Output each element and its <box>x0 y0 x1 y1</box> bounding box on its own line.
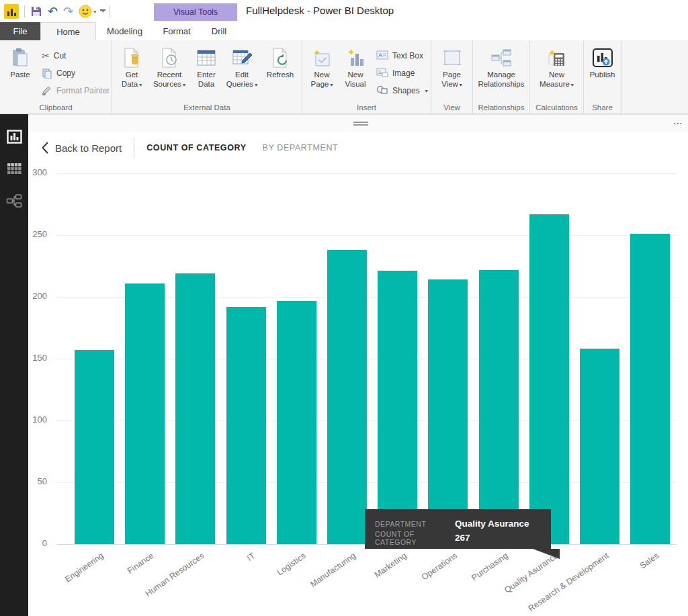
tooltip-measure-value: 267 <box>455 533 470 543</box>
paste-icon <box>11 46 30 70</box>
dropdown-arrow-icon: ▾ <box>425 88 428 94</box>
x-axis-category-label: Marketing <box>373 551 408 580</box>
undo-icon[interactable]: ↶ <box>48 5 58 18</box>
shapes-button[interactable]: Shapes▾ <box>376 82 428 99</box>
publish-icon <box>592 46 613 70</box>
get-data-icon <box>122 46 141 70</box>
x-axis-category-label: Quality Asurance <box>503 551 560 595</box>
ribbon-group-clipboard: Paste ✂Cut Copy Format Painter Clipboard <box>0 40 112 114</box>
save-icon[interactable] <box>30 5 42 17</box>
drag-handle[interactable] <box>353 122 368 127</box>
ribbon: Paste ✂Cut Copy Format Painter Clipboard… <box>0 40 688 114</box>
smiley-icon[interactable] <box>79 5 92 18</box>
chart-title-by: BY DEPARTMENT <box>263 143 339 152</box>
chart-bar[interactable] <box>428 279 468 544</box>
data-view-icon[interactable] <box>0 155 28 182</box>
report-view-icon[interactable] <box>0 123 28 150</box>
chart-bar[interactable] <box>378 271 417 544</box>
smiley-dropdown-icon[interactable]: ▾ <box>93 9 96 15</box>
dropdown-arrow-icon: ▾ <box>139 82 142 88</box>
recent-sources-icon <box>160 46 179 70</box>
chart-bar[interactable] <box>75 350 114 544</box>
chart-bar[interactable] <box>529 214 569 544</box>
redo-icon[interactable]: ↷ <box>63 5 73 18</box>
get-data-button[interactable]: Get Data▾ <box>115 43 148 89</box>
group-label-clipboard: Clipboard <box>0 103 112 112</box>
gridline <box>57 173 677 174</box>
tab-format[interactable]: Format <box>156 22 198 40</box>
chart-bar[interactable] <box>175 273 215 544</box>
group-label-insert: Insert <box>302 103 431 112</box>
cut-button[interactable]: ✂Cut <box>42 47 110 64</box>
chart-bar[interactable] <box>580 349 619 544</box>
copy-button[interactable]: Copy <box>42 64 110 82</box>
image-icon <box>376 68 388 79</box>
x-axis-category-label: Human Resources <box>144 551 206 599</box>
chart-tooltip: DEPARTMENT Quality Asurance COUNT OF CAT… <box>365 509 551 549</box>
dropdown-arrow-icon: ▾ <box>255 82 257 88</box>
x-axis-category-label: Manufacturing <box>309 551 358 589</box>
tooltip-measure-label: COUNT OF CATEGORY <box>375 530 455 546</box>
ribbon-group-relationships: Manage Relationships Relationships <box>473 40 530 114</box>
refresh-button[interactable]: Refresh <box>261 43 299 79</box>
tab-drill[interactable]: Drill <box>202 22 236 40</box>
group-label-calculations: Calculations <box>530 103 583 112</box>
text-box-button[interactable]: AText Box <box>376 47 428 64</box>
tooltip-tail <box>533 549 560 559</box>
divider <box>134 138 134 158</box>
paste-button[interactable]: Paste <box>4 43 36 79</box>
tooltip-field-value: Quality Asurance <box>455 519 529 529</box>
chart-bar[interactable] <box>630 234 670 544</box>
svg-text:A: A <box>378 52 382 58</box>
dropdown-arrow-icon: ▾ <box>460 82 462 88</box>
focus-mode-header: Back to Report COUNT OF CATEGORY BY DEPA… <box>28 134 338 161</box>
divider <box>24 5 25 17</box>
x-axis-category-label: Operations <box>420 551 459 582</box>
edit-queries-icon <box>232 46 252 70</box>
chart-bar[interactable] <box>327 250 367 544</box>
new-measure-button[interactable]: New Measure▾ <box>531 43 583 89</box>
new-measure-icon <box>547 46 567 70</box>
enter-data-button[interactable]: Enter Data <box>190 43 222 89</box>
ribbon-group-view: Page View▾ View <box>431 40 473 114</box>
tooltip-field-label: DEPARTMENT <box>375 520 455 528</box>
chart-bar[interactable] <box>125 283 165 544</box>
x-axis-category-label: IT <box>245 551 257 563</box>
chart-title: COUNT OF CATEGORY <box>146 143 246 152</box>
ribbon-group-calculations: New Measure▾ Calculations <box>530 40 584 114</box>
publish-button[interactable]: Publish <box>585 43 620 79</box>
format-painter-icon <box>42 85 52 96</box>
group-label-share: Share <box>584 103 621 112</box>
chart-bar[interactable] <box>277 301 316 544</box>
dropdown-arrow-icon: ▾ <box>183 82 185 88</box>
x-axis-category-label: Research & Development <box>527 551 611 613</box>
refresh-icon <box>271 46 290 70</box>
chart-bar[interactable] <box>479 270 519 544</box>
back-to-report-button[interactable]: Back to Report <box>42 142 122 154</box>
x-axis-category-label: Logistics <box>275 551 307 577</box>
cut-icon: ✂ <box>42 50 50 61</box>
image-button[interactable]: Image <box>376 64 428 82</box>
new-page-button[interactable]: New Page▾ <box>305 43 339 89</box>
title-bar: ↶ ↷ ▾ ▾ Visual Tools FullHelpdesk - Powe… <box>0 0 688 22</box>
dropdown-arrow-icon: ▾ <box>330 82 333 88</box>
group-label-external-data: External Data <box>112 103 302 112</box>
new-visual-button[interactable]: New Visual <box>339 43 372 89</box>
edit-queries-button[interactable]: Edit Queries▾ <box>222 43 261 89</box>
quick-access-toolbar: ↶ ↷ ▾ ▾ <box>4 3 110 20</box>
x-axis-category-label: Engineering <box>63 551 105 584</box>
tab-modeling[interactable]: Modeling <box>96 22 153 40</box>
tab-file[interactable]: File <box>0 22 40 40</box>
manage-relationships-button[interactable]: Manage Relationships <box>474 43 528 89</box>
chart-bar[interactable] <box>226 307 266 544</box>
new-page-icon <box>312 46 332 70</box>
model-view-icon[interactable] <box>0 187 28 214</box>
recent-sources-button[interactable]: Recent Sources▾ <box>148 43 190 89</box>
new-visual-icon <box>345 46 366 70</box>
powerbi-desktop-window: 050100150200250300EngineeringFinanceHuma… <box>0 0 688 616</box>
page-view-button[interactable]: Page View▾ <box>433 43 471 89</box>
customize-quick-access-icon[interactable]: ▾ <box>101 9 104 13</box>
more-options-icon[interactable]: ⋯ <box>673 118 684 128</box>
format-painter-button[interactable]: Format Painter <box>42 82 110 99</box>
tab-home[interactable]: Home <box>40 22 96 40</box>
